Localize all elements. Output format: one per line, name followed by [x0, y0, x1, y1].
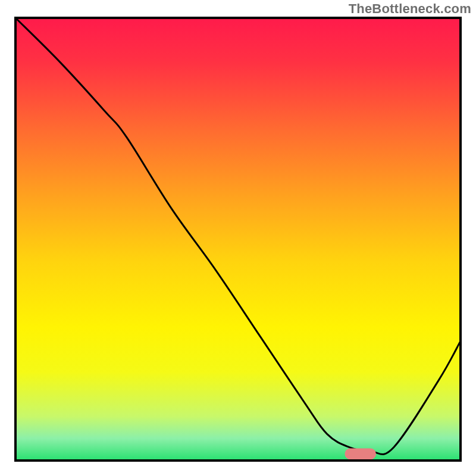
gradient-background	[15, 18, 461, 461]
plot-area	[15, 18, 461, 461]
chart-frame: TheBottleneck.com	[0, 0, 476, 476]
optimal-marker	[345, 449, 376, 460]
bottleneck-chart	[0, 0, 476, 476]
watermark-label: TheBottleneck.com	[349, 1, 471, 17]
